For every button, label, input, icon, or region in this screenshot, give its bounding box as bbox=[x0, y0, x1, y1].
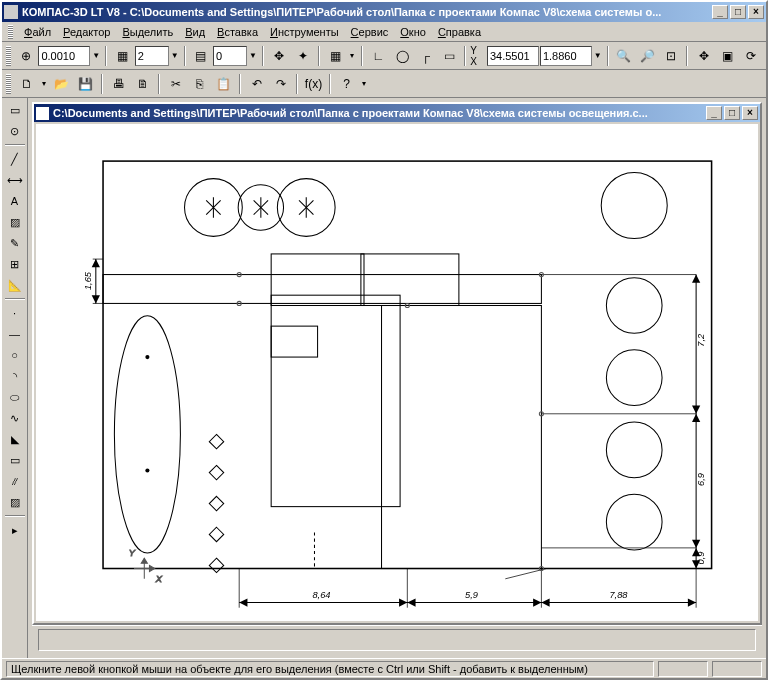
copy-icon[interactable]: ⎘ bbox=[188, 73, 211, 95]
save-file-icon[interactable]: 💾 bbox=[74, 73, 97, 95]
layer-icon[interactable]: ▦ bbox=[111, 45, 134, 67]
param-icon[interactable]: ▭ bbox=[438, 45, 461, 67]
circle-geom-icon[interactable]: ○ bbox=[4, 345, 26, 365]
edit-tool-icon[interactable]: ✎ bbox=[4, 233, 26, 253]
menu-service[interactable]: Сервис bbox=[345, 24, 395, 40]
coord-step-input[interactable] bbox=[38, 46, 90, 66]
menubar-grip[interactable] bbox=[8, 25, 13, 39]
round-icon[interactable]: ◯ bbox=[391, 45, 414, 67]
menu-file[interactable]: Файл bbox=[18, 24, 57, 40]
measure-tool-icon[interactable]: 📐 bbox=[4, 275, 26, 295]
offset-geom-icon[interactable]: ⫽ bbox=[4, 471, 26, 491]
menu-help[interactable]: Справка bbox=[432, 24, 487, 40]
doc-minimize-button[interactable]: _ bbox=[706, 106, 722, 120]
hatch-geom-icon[interactable]: ▨ bbox=[4, 492, 26, 512]
zoom-window-icon[interactable]: ⊡ bbox=[660, 45, 683, 67]
svg-marker-61 bbox=[533, 598, 541, 606]
spline-geom-icon[interactable]: ∿ bbox=[4, 408, 26, 428]
layer-dropdown[interactable]: ▼ bbox=[170, 51, 180, 60]
style-dropdown[interactable]: ▼ bbox=[248, 51, 258, 60]
svg-marker-46 bbox=[692, 414, 700, 422]
redraw-icon[interactable]: ⟳ bbox=[739, 45, 762, 67]
chamfer-geom-icon[interactable]: ◣ bbox=[4, 429, 26, 449]
svg-marker-4 bbox=[141, 558, 147, 563]
svg-marker-37 bbox=[209, 527, 223, 541]
toolbar1-grip[interactable] bbox=[6, 46, 11, 66]
zoom-in-icon[interactable]: 🔍 bbox=[613, 45, 636, 67]
grid-icon[interactable]: ▦ bbox=[324, 45, 347, 67]
style-icon[interactable]: ▤ bbox=[190, 45, 213, 67]
svg-marker-71 bbox=[92, 259, 100, 267]
menu-select[interactable]: Выделить bbox=[116, 24, 179, 40]
menu-view[interactable]: Вид bbox=[179, 24, 211, 40]
svg-rect-28 bbox=[361, 254, 459, 306]
menubar: Файл Редактор Выделить Вид Вставка Инстр… bbox=[2, 22, 766, 42]
main-window: КОМПАС-3D LT V8 - C:\Documents and Setti… bbox=[0, 0, 768, 680]
snap-icon[interactable]: ✥ bbox=[268, 45, 291, 67]
arc-geom-icon[interactable]: ◝ bbox=[4, 366, 26, 386]
coord-x-input[interactable] bbox=[487, 46, 539, 66]
redo-icon[interactable]: ↷ bbox=[269, 73, 292, 95]
ellipse-geom-icon[interactable]: ⬭ bbox=[4, 387, 26, 407]
property-box-1[interactable] bbox=[38, 629, 756, 651]
doc-maximize-button[interactable]: □ bbox=[724, 106, 740, 120]
cut-icon[interactable]: ✂ bbox=[164, 73, 187, 95]
svg-text:5,9: 5,9 bbox=[465, 590, 478, 600]
close-button[interactable]: × bbox=[748, 5, 764, 19]
hatch-tool-icon[interactable]: ▨ bbox=[4, 212, 26, 232]
local-cs-icon[interactable]: ┌ bbox=[414, 45, 437, 67]
style-input[interactable] bbox=[213, 46, 247, 66]
svg-marker-62 bbox=[541, 598, 549, 606]
doc-titlebar: C:\Documents and Settings\ПИТЕР\Рабочий … bbox=[34, 104, 760, 122]
rect-geom-icon[interactable]: ▭ bbox=[4, 450, 26, 470]
grid-dropdown[interactable]: ▾ bbox=[347, 51, 357, 60]
point-geom-icon[interactable]: · bbox=[4, 303, 26, 323]
text-tool-icon[interactable]: A bbox=[4, 191, 26, 211]
fit-icon[interactable]: ▣ bbox=[716, 45, 739, 67]
app-icon bbox=[4, 5, 18, 19]
open-file-icon[interactable]: 📂 bbox=[50, 73, 73, 95]
svg-rect-0 bbox=[103, 161, 712, 568]
svg-point-19 bbox=[601, 172, 667, 238]
status-hint: Щелкните левой кнопкой мыши на объекте д… bbox=[6, 661, 654, 677]
svg-rect-27 bbox=[271, 254, 364, 306]
print-icon[interactable]: 🖶 bbox=[107, 73, 130, 95]
drawing-canvas[interactable]: Y X bbox=[36, 124, 758, 621]
menu-editor[interactable]: Редактор bbox=[57, 24, 116, 40]
step-dropdown[interactable]: ▼ bbox=[91, 51, 101, 60]
doc-close-button[interactable]: × bbox=[742, 106, 758, 120]
tab-expand-icon[interactable]: ▸ bbox=[4, 520, 26, 540]
maximize-button[interactable]: □ bbox=[730, 5, 746, 19]
coord-y-input[interactable] bbox=[540, 46, 592, 66]
snap2-icon[interactable]: ✦ bbox=[291, 45, 314, 67]
workspace: ▭ ⊙ ╱ ⟷ A ▨ ✎ ⊞ 📐 · — ○ ◝ ⬭ ∿ ◣ ▭ ⫽ ▨ ▸ bbox=[2, 98, 766, 658]
toolbar2-grip[interactable] bbox=[6, 74, 11, 94]
help-pointer-icon[interactable]: ? bbox=[335, 73, 358, 95]
undo-icon[interactable]: ↶ bbox=[245, 73, 268, 95]
paste-icon[interactable]: 📋 bbox=[212, 73, 235, 95]
coord-dropdown[interactable]: ▼ bbox=[593, 51, 603, 60]
new-dropdown[interactable]: ▾ bbox=[39, 79, 49, 88]
point-tool-icon[interactable]: ⊙ bbox=[4, 121, 26, 141]
dimension-tool-icon[interactable]: ⟷ bbox=[4, 170, 26, 190]
menu-window[interactable]: Окно bbox=[394, 24, 432, 40]
zoom-out-icon[interactable]: 🔎 bbox=[636, 45, 659, 67]
minimize-button[interactable]: _ bbox=[712, 5, 728, 19]
select-tool-icon[interactable]: ▭ bbox=[4, 100, 26, 120]
ortho-icon[interactable]: ∟ bbox=[367, 45, 390, 67]
line-geom-icon[interactable]: — bbox=[4, 324, 26, 344]
preview-icon[interactable]: 🗎 bbox=[131, 73, 154, 95]
menu-insert[interactable]: Вставка bbox=[211, 24, 264, 40]
pan-icon[interactable]: ✥ bbox=[692, 45, 715, 67]
left-toolbox: ▭ ⊙ ╱ ⟷ A ▨ ✎ ⊞ 📐 · — ○ ◝ ⬭ ∿ ◣ ▭ ⫽ ▨ ▸ bbox=[2, 98, 28, 658]
menu-tools[interactable]: Инструменты bbox=[264, 24, 345, 40]
layer-input[interactable] bbox=[135, 46, 169, 66]
help-dropdown[interactable]: ▾ bbox=[359, 79, 369, 88]
svg-text:8,64: 8,64 bbox=[312, 590, 330, 600]
param-tool-icon[interactable]: ⊞ bbox=[4, 254, 26, 274]
fx-icon[interactable]: f(x) bbox=[302, 73, 325, 95]
new-file-icon[interactable]: 🗋 bbox=[15, 73, 38, 95]
svg-marker-44 bbox=[692, 275, 700, 283]
line-tool-icon[interactable]: ╱ bbox=[4, 149, 26, 169]
step-icon[interactable]: ⊕ bbox=[15, 45, 38, 67]
